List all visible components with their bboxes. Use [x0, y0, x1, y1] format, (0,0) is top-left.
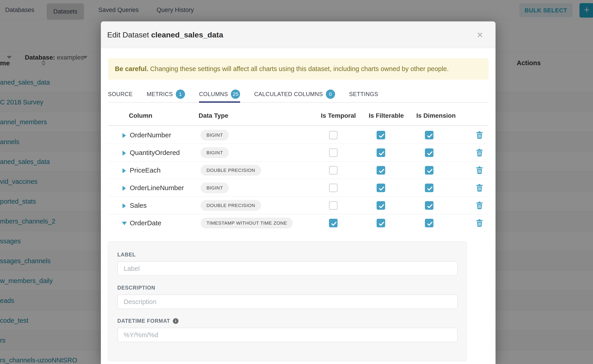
tab-count-badge: 0: [326, 90, 335, 99]
is-filterable-checkbox[interactable]: [377, 131, 385, 139]
tab-label: COLUMNS: [199, 91, 228, 98]
is-filterable-checkbox[interactable]: [377, 148, 385, 157]
label-input[interactable]: [117, 261, 458, 276]
modal-title-dataset-name: cleaned_sales_data: [151, 30, 223, 39]
column-header-is-dimension: Is Dimension: [416, 112, 455, 119]
data-type-pill: DOUBLE PRECISION: [201, 165, 261, 176]
is-temporal-checkbox[interactable]: [329, 201, 338, 210]
data-type-pill: BIGINT: [201, 182, 229, 193]
data-type-pill: DOUBLE PRECISION: [201, 200, 261, 211]
edit-dataset-modal: Edit Dataset cleaned_sales_data × Be car…: [101, 21, 495, 364]
is-temporal-checkbox[interactable]: [329, 166, 338, 175]
data-type-pill: TIMESTAMP WITHOUT TIME ZONE: [201, 218, 293, 228]
expand-caret-icon[interactable]: [123, 203, 126, 208]
datetime-format-field-label: DATETIME FORMAT i: [117, 318, 458, 324]
label-field-label: LABEL: [117, 252, 458, 258]
is-filterable-checkbox[interactable]: [377, 166, 385, 175]
warning-bold-text: Be careful.: [115, 65, 148, 72]
column-name: OrderDate: [130, 214, 161, 232]
column-name: PriceEach: [130, 162, 161, 179]
column-header-data-type: Data Type: [198, 112, 228, 119]
close-icon[interactable]: ×: [474, 29, 486, 40]
columns-table-body: OrderNumberBIGINTQuantityOrderedBIGINTPr…: [108, 126, 488, 232]
column-header-column: Column: [129, 112, 152, 119]
delete-column-trash-icon[interactable]: [476, 131, 483, 139]
delete-column-trash-icon[interactable]: [476, 202, 483, 209]
column-name: OrderLineNumber: [130, 179, 184, 197]
modal-tabs: SOURCEMETRICS1COLUMNS25CALCULATED COLUMN…: [108, 86, 488, 103]
datetime-format-input[interactable]: [117, 328, 458, 342]
expand-caret-icon[interactable]: [123, 186, 126, 191]
data-type-pill: BIGINT: [201, 147, 229, 158]
is-dimension-checkbox[interactable]: [425, 148, 434, 157]
warning-banner: Be careful. Changing these settings will…: [108, 58, 488, 80]
tab-count-badge: 1: [176, 90, 185, 99]
expand-caret-icon[interactable]: [123, 151, 126, 156]
is-dimension-checkbox[interactable]: [425, 184, 434, 192]
column-detail-panel: LABEL DESCRIPTION DATETIME FORMAT i: [108, 241, 467, 361]
column-row-priceeach: PriceEachDOUBLE PRECISION: [108, 162, 488, 179]
column-name: QuantityOrdered: [130, 144, 180, 162]
is-dimension-checkbox[interactable]: [425, 131, 434, 139]
delete-column-trash-icon[interactable]: [476, 166, 483, 174]
is-temporal-checkbox[interactable]: [329, 148, 338, 157]
columns-table-header: Column Data Type Is Temporal Is Filterab…: [108, 107, 488, 126]
description-field-label: DESCRIPTION: [117, 285, 458, 291]
warning-text: Be careful. Changing these settings will…: [115, 58, 448, 80]
is-temporal-checkbox[interactable]: [329, 131, 338, 139]
is-filterable-checkbox[interactable]: [377, 184, 385, 192]
column-row-orderdate: OrderDateTIMESTAMP WITHOUT TIME ZONE: [108, 214, 488, 232]
tab-label: CALCULATED COLUMNS: [254, 91, 323, 98]
tab-label: SETTINGS: [349, 91, 378, 98]
is-filterable-checkbox[interactable]: [377, 219, 385, 227]
delete-column-trash-icon[interactable]: [476, 149, 483, 156]
column-header-is-temporal: Is Temporal: [321, 112, 356, 119]
column-row-quantityordered: QuantityOrderedBIGINT: [108, 144, 488, 162]
is-dimension-checkbox[interactable]: [425, 166, 434, 175]
tab-columns[interactable]: COLUMNS25: [199, 86, 240, 102]
modal-title-prefix: Edit Dataset: [107, 30, 149, 39]
tab-source[interactable]: SOURCE: [108, 86, 133, 102]
tab-count-badge: 25: [231, 90, 240, 99]
is-temporal-checkbox[interactable]: [329, 219, 338, 227]
modal-header: Edit Dataset cleaned_sales_data ×: [101, 21, 495, 48]
tab-settings[interactable]: SETTINGS: [349, 86, 378, 102]
modal-title: Edit Dataset cleaned_sales_data: [107, 21, 223, 48]
tab-label: METRICS: [147, 91, 173, 98]
expand-caret-icon[interactable]: [123, 168, 126, 173]
description-input[interactable]: [117, 294, 458, 309]
tab-label: SOURCE: [108, 91, 133, 98]
is-dimension-checkbox[interactable]: [425, 201, 434, 210]
tab-metrics[interactable]: METRICS1: [147, 86, 185, 102]
column-row-orderlinenumber: OrderLineNumberBIGINT: [108, 179, 488, 197]
column-row-ordernumber: OrderNumberBIGINT: [108, 126, 488, 144]
column-header-is-filterable: Is Filterable: [369, 112, 404, 119]
expand-caret-icon[interactable]: [123, 133, 126, 138]
info-icon[interactable]: i: [173, 318, 178, 324]
tab-calculated-columns[interactable]: CALCULATED COLUMNS0: [254, 86, 335, 102]
delete-column-trash-icon[interactable]: [476, 219, 483, 227]
is-filterable-checkbox[interactable]: [377, 201, 385, 210]
column-name: Sales: [130, 197, 147, 214]
collapse-caret-icon[interactable]: [122, 222, 127, 225]
column-row-sales: SalesDOUBLE PRECISION: [108, 197, 488, 214]
is-temporal-checkbox[interactable]: [329, 184, 338, 192]
app-root: Databases Datasets Saved Queries Query H…: [0, 0, 593, 364]
warning-body-text: Changing these settings will affect all …: [148, 65, 448, 72]
column-name: OrderNumber: [130, 126, 171, 144]
data-type-pill: BIGINT: [201, 130, 229, 141]
is-dimension-checkbox[interactable]: [425, 219, 434, 227]
delete-column-trash-icon[interactable]: [476, 184, 483, 192]
